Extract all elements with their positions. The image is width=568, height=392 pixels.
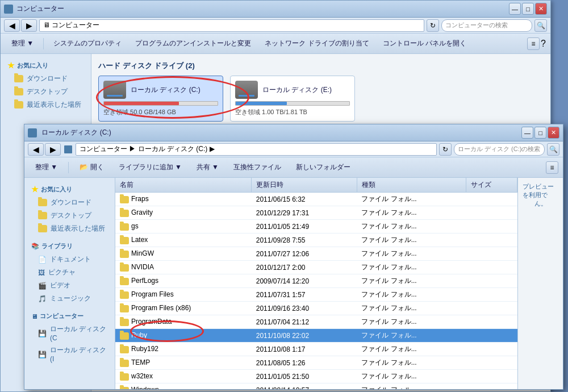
fg-sidebar-music[interactable]: 🎵 ミュージック bbox=[27, 292, 112, 305]
file-type-cell: ファイル フォル... bbox=[357, 383, 466, 390]
sidebar-item-desktop[interactable]: デスクトップ bbox=[3, 85, 89, 98]
disk-c[interactable]: ローカル ディスク (C:) 空き領域 50.0 GB/148 GB bbox=[98, 76, 223, 122]
disk-e-space: 空き領域 1.00 TB/1.81 TB bbox=[235, 108, 350, 116]
table-row[interactable]: PerfLogs2009/07/14 12:20ファイル フォル... bbox=[115, 274, 517, 288]
fg-search-icon[interactable]: 🔍 bbox=[547, 143, 559, 156]
preview-text: プレビューを利用で bbox=[523, 182, 558, 199]
fg-computer-title: コンピューター bbox=[40, 312, 83, 320]
fg-minimize-button[interactable]: — bbox=[521, 127, 533, 139]
system-properties-button[interactable]: システムのプロパティ bbox=[47, 36, 128, 52]
fg-new-folder-button[interactable]: 新しいフォルダー bbox=[290, 160, 357, 176]
fg-maximize-button[interactable]: □ bbox=[534, 127, 546, 139]
table-row[interactable]: TEMP2011/08/05 1:26ファイル フォル... bbox=[115, 356, 517, 370]
fg-address-text: コンピューター ▶ ローカル ディスク (C:) ▶ bbox=[80, 144, 215, 154]
help-icon[interactable]: ? bbox=[541, 39, 546, 49]
table-row[interactable]: NVIDIA2010/12/17 2:00ファイル フォル... bbox=[115, 261, 517, 274]
table-row[interactable]: MinGW2011/07/27 12:06ファイル フォル... bbox=[115, 247, 517, 261]
table-row[interactable]: Ruby1922011/10/08 1:17ファイル フォル... bbox=[115, 343, 517, 356]
table-row[interactable]: Fraps2011/06/15 6:32ファイル フォル... bbox=[115, 193, 517, 206]
file-date-cell: 2011/07/04 21:12 bbox=[252, 315, 357, 329]
sidebar-download-label: ダウンロード bbox=[27, 74, 68, 84]
fg-computer-section: 🖥 コンピューター bbox=[27, 310, 112, 323]
file-name-cell: ProgramData bbox=[115, 315, 252, 329]
file-size-cell bbox=[466, 383, 517, 390]
fg-organize-button[interactable]: 整理 ▼ bbox=[29, 160, 64, 176]
fg-sidebar-desktop[interactable]: デスクトップ bbox=[27, 209, 112, 222]
sidebar-item-download[interactable]: ダウンロード bbox=[3, 72, 89, 85]
sidebar-item-recent[interactable]: 最近表示した場所 bbox=[3, 98, 89, 111]
table-row[interactable]: ProgramData2011/07/04 21:12ファイル フォル... bbox=[115, 315, 517, 329]
col-name[interactable]: 名前 bbox=[115, 178, 252, 193]
fg-sidebar-video[interactable]: 🎬 ビデオ bbox=[27, 279, 112, 292]
control-panel-button[interactable]: コントロール パネルを開く bbox=[377, 36, 473, 52]
table-row[interactable]: gs2011/01/05 21:49ファイル フォル... bbox=[115, 220, 517, 233]
view-options-button[interactable]: ≡ bbox=[527, 37, 540, 50]
favorites-title: お気に入り bbox=[17, 61, 48, 70]
fg-share-button[interactable]: 共有 ▼ bbox=[190, 160, 225, 176]
fg-back-button[interactable]: ◀ bbox=[28, 143, 44, 156]
fg-disk-e-label: ローカル ディスク (I bbox=[50, 345, 108, 363]
fg-sidebar-disk-c[interactable]: 💾 ローカル ディスク (C bbox=[27, 323, 112, 344]
fg-address-field[interactable]: コンピューター ▶ ローカル ディスク (C:) ▶ bbox=[76, 143, 437, 156]
disk-c-header: ローカル ディスク (C:) bbox=[103, 81, 218, 99]
fg-sidebar-recent[interactable]: 最近表示した場所 bbox=[27, 222, 112, 235]
folder-icon bbox=[14, 101, 23, 109]
music-icon: 🎵 bbox=[38, 295, 47, 303]
disk-c-name: ローカル ディスク (C:) bbox=[131, 85, 201, 95]
col-size[interactable]: サイズ bbox=[466, 178, 517, 193]
table-row[interactable]: Ruby2011/10/08 22:02ファイル フォル... bbox=[115, 329, 517, 343]
bg-toolbar: 整理 ▼ システムのプロパティ プログラムのアンインストールと変更 ネットワーク… bbox=[1, 34, 550, 54]
minimize-button[interactable]: — bbox=[509, 3, 521, 15]
bg-search-field[interactable]: コンピューターの検索 bbox=[441, 19, 532, 32]
file-type-cell: ファイル フォル... bbox=[357, 247, 466, 261]
bg-address-bar: ◀ ▶ 🖥 コンピューター ↻ コンピューターの検索 🔍 bbox=[1, 18, 550, 34]
organize-button[interactable]: 整理 ▼ bbox=[5, 36, 40, 52]
col-type[interactable]: 種類 bbox=[357, 178, 466, 193]
disk-e[interactable]: ローカル ディスク (E:) 空き領域 1.00 TB/1.81 TB bbox=[230, 76, 355, 122]
file-name-cell: Fraps bbox=[115, 193, 252, 206]
fg-forward-button[interactable]: ▶ bbox=[45, 143, 61, 156]
file-type-cell: ファイル フォル... bbox=[357, 206, 466, 220]
table-row[interactable]: Program Files2011/07/31 1:57ファイル フォル... bbox=[115, 288, 517, 302]
file-folder-icon bbox=[120, 346, 129, 353]
network-drive-button[interactable]: ネットワーク ドライブの割り当て bbox=[258, 36, 375, 52]
fg-close-button[interactable]: ✕ bbox=[548, 127, 559, 139]
forward-button[interactable]: ▶ bbox=[21, 19, 37, 32]
fg-sidebar-pictures[interactable]: 🖼 ピクチャ bbox=[27, 266, 112, 279]
fg-video-label: ビデオ bbox=[50, 281, 70, 290]
col-date[interactable]: 更新日時 bbox=[252, 178, 357, 193]
fg-open-button[interactable]: 📂 開く bbox=[73, 160, 110, 176]
fg-toolbar-sep bbox=[68, 162, 69, 173]
fg-address-icon bbox=[64, 145, 72, 153]
file-folder-icon bbox=[120, 264, 129, 272]
fg-compat-button[interactable]: 互換性ファイル bbox=[227, 160, 287, 176]
table-row[interactable]: w32tex2011/01/05 21:50ファイル フォル... bbox=[115, 370, 517, 383]
table-row[interactable]: Latex2011/09/28 7:55ファイル フォル... bbox=[115, 233, 517, 247]
uninstall-button[interactable]: プログラムのアンインストールと変更 bbox=[129, 36, 257, 52]
refresh-button[interactable]: ↻ bbox=[427, 19, 439, 32]
address-field[interactable]: 🖥 コンピューター bbox=[39, 19, 424, 32]
search-icon[interactable]: 🔍 bbox=[534, 19, 547, 32]
file-size-cell bbox=[466, 315, 517, 329]
video-icon: 🎬 bbox=[38, 282, 47, 290]
file-name-cell: Windows bbox=[115, 383, 252, 390]
table-row[interactable]: Gravity2010/12/29 17:31ファイル フォル... bbox=[115, 206, 517, 220]
back-button[interactable]: ◀ bbox=[4, 19, 20, 32]
file-type-cell: ファイル フォル... bbox=[357, 370, 466, 383]
table-row[interactable]: Windows2011/08/14 10:57ファイル フォル... bbox=[115, 383, 517, 390]
fg-file-list-container[interactable]: 名前 更新日時 種類 サイズ Fraps2011/06/15 6:32ファイル … bbox=[115, 178, 517, 389]
sidebar-desktop-label: デスクトップ bbox=[27, 87, 68, 97]
file-folder-icon bbox=[120, 305, 129, 312]
fg-view-button[interactable]: ≡ bbox=[546, 161, 558, 174]
file-date-cell: 2011/10/08 22:02 bbox=[252, 329, 357, 343]
fg-library-button[interactable]: ライブラリに追加 ▼ bbox=[112, 160, 188, 176]
fg-sidebar-download[interactable]: ダウンロード bbox=[27, 196, 112, 209]
fg-sidebar-disk-e[interactable]: 💾 ローカル ディスク (I bbox=[27, 344, 112, 365]
fg-search-field[interactable]: ローカル ディスク (C:)の検索 bbox=[454, 143, 545, 156]
close-button[interactable]: ✕ bbox=[535, 3, 547, 15]
table-row[interactable]: Program Files (x86)2011/09/16 23:40ファイル … bbox=[115, 302, 517, 315]
fg-sidebar-docs[interactable]: 📄 ドキュメント bbox=[27, 253, 112, 266]
file-type-cell: ファイル フォル... bbox=[357, 220, 466, 233]
maximize-button[interactable]: □ bbox=[522, 3, 534, 15]
fg-refresh-button[interactable]: ↻ bbox=[439, 143, 452, 156]
